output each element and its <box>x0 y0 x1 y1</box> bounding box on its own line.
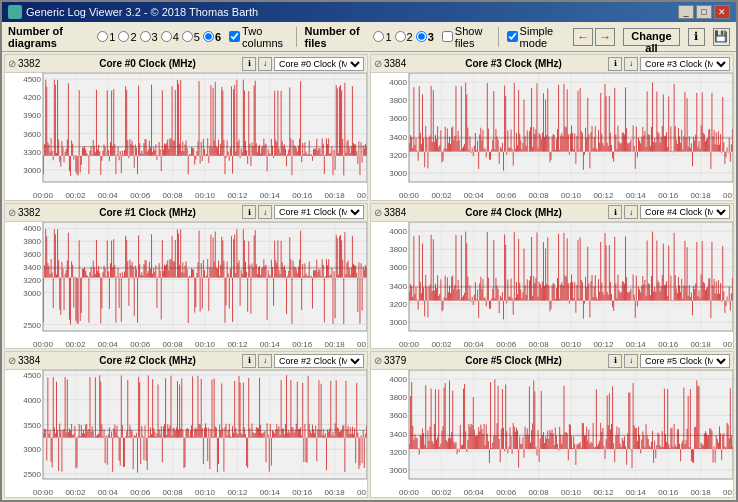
chart-save-btn-2[interactable]: ↓ <box>258 205 272 219</box>
avg-symbol-1: ⊘ <box>374 58 382 69</box>
chart-avg-0: 3382 <box>18 58 53 69</box>
arrow-right-button[interactable]: → <box>595 28 615 46</box>
toolbar: Number of diagrams 1 2 3 4 5 6 Two colum… <box>2 22 736 52</box>
chart-dropdown-3[interactable]: Core #4 Clock (MHz) <box>640 205 730 219</box>
diagrams-radio-6[interactable]: 6 <box>203 31 221 43</box>
show-files-label: Show files <box>455 25 490 49</box>
avg-symbol-4: ⊘ <box>8 355 16 366</box>
window-controls: _ □ ✕ <box>678 5 730 19</box>
chart-avg-5: 3379 <box>384 355 419 366</box>
chart-info-btn-3[interactable]: ℹ <box>608 205 622 219</box>
avg-symbol-0: ⊘ <box>8 58 16 69</box>
chart-save-btn-1[interactable]: ↓ <box>624 57 638 71</box>
save-button[interactable]: 💾 <box>713 28 730 46</box>
chart-info-btn-0[interactable]: ℹ <box>242 57 256 71</box>
files-radio-2[interactable]: 2 <box>395 31 413 43</box>
chart-avg-3: 3384 <box>384 207 419 218</box>
chart-dropdown-4[interactable]: Core #2 Clock (MHz) <box>274 354 364 368</box>
chart-panel-3: ⊘ 3384 Core #4 Clock (MHz) ℹ ↓ Core #4 C… <box>370 203 734 350</box>
chart-icons-3: ℹ ↓ Core #4 Clock (MHz) <box>608 205 730 219</box>
chart-title-0: Core #0 Clock (MHz) <box>53 58 242 69</box>
chart-dropdown-1[interactable]: Core #3 Clock (MHz) <box>640 57 730 71</box>
chart-icons-0: ℹ ↓ Core #0 Clock (MHz) <box>242 57 364 71</box>
chart-panel-5: ⊘ 3379 Core #5 Clock (MHz) ℹ ↓ Core #5 C… <box>370 351 734 498</box>
files-radio-3[interactable]: 3 <box>416 31 434 43</box>
simple-mode-label: Simple mode <box>520 25 566 49</box>
simple-mode-checkbox[interactable]: Simple mode <box>507 25 566 49</box>
chart-dropdown-5[interactable]: Core #5 Clock (MHz) <box>640 354 730 368</box>
chart-info-btn-4[interactable]: ℹ <box>242 354 256 368</box>
chart-header-5: ⊘ 3379 Core #5 Clock (MHz) ℹ ↓ Core #5 C… <box>371 352 733 370</box>
chart-dropdown-2[interactable]: Core #1 Clock (MHz) <box>274 205 364 219</box>
chart-icons-2: ℹ ↓ Core #1 Clock (MHz) <box>242 205 364 219</box>
chart-info-btn-2[interactable]: ℹ <box>242 205 256 219</box>
maximize-button[interactable]: □ <box>696 5 712 19</box>
chart-icons-4: ℹ ↓ Core #2 Clock (MHz) <box>242 354 364 368</box>
files-radio-group: 1 2 3 <box>373 31 433 43</box>
charts-container: ⊘ 3382 Core #0 Clock (MHz) ℹ ↓ Core #0 C… <box>2 52 736 500</box>
chart-header-4: ⊘ 3384 Core #2 Clock (MHz) ℹ ↓ Core #2 C… <box>5 352 367 370</box>
show-files-checkbox[interactable]: Show files <box>442 25 490 49</box>
chart-info-btn-1[interactable]: ℹ <box>608 57 622 71</box>
chart-info-btn-5[interactable]: ℹ <box>608 354 622 368</box>
diagrams-radio-3[interactable]: 3 <box>140 31 158 43</box>
chart-title-4: Core #2 Clock (MHz) <box>53 355 242 366</box>
chart-dropdown-0[interactable]: Core #0 Clock (MHz) <box>274 57 364 71</box>
chart-header-2: ⊘ 3382 Core #1 Clock (MHz) ℹ ↓ Core #1 C… <box>5 204 367 222</box>
diagrams-label: Number of diagrams <box>8 25 89 49</box>
avg-symbol-3: ⊘ <box>374 207 382 218</box>
chart-save-btn-4[interactable]: ↓ <box>258 354 272 368</box>
chart-title-5: Core #5 Clock (MHz) <box>419 355 608 366</box>
divider-1 <box>296 27 297 47</box>
avg-symbol-5: ⊘ <box>374 355 382 366</box>
chart-avg-1: 3384 <box>384 58 419 69</box>
chart-title-3: Core #4 Clock (MHz) <box>419 207 608 218</box>
chart-avg-2: 3382 <box>18 207 53 218</box>
chart-panel-2: ⊘ 3382 Core #1 Clock (MHz) ℹ ↓ Core #1 C… <box>4 203 368 350</box>
chart-body-2 <box>5 222 367 349</box>
two-columns-label: Two columns <box>242 25 288 49</box>
app-icon <box>8 5 22 19</box>
chart-save-btn-0[interactable]: ↓ <box>258 57 272 71</box>
diagrams-radio-group: 1 2 3 4 5 6 <box>97 31 221 43</box>
chart-icons-5: ℹ ↓ Core #5 Clock (MHz) <box>608 354 730 368</box>
chart-header-0: ⊘ 3382 Core #0 Clock (MHz) ℹ ↓ Core #0 C… <box>5 55 367 73</box>
chart-body-3 <box>371 222 733 349</box>
diagrams-radio-4[interactable]: 4 <box>161 31 179 43</box>
info-button[interactable]: ℹ <box>688 28 705 46</box>
close-button[interactable]: ✕ <box>714 5 730 19</box>
chart-save-btn-5[interactable]: ↓ <box>624 354 638 368</box>
diagrams-radio-2[interactable]: 2 <box>118 31 136 43</box>
diagrams-radio-5[interactable]: 5 <box>182 31 200 43</box>
minimize-button[interactable]: _ <box>678 5 694 19</box>
chart-title-2: Core #1 Clock (MHz) <box>53 207 242 218</box>
files-radio-1[interactable]: 1 <box>373 31 391 43</box>
divider-2 <box>498 27 499 47</box>
two-columns-checkbox[interactable]: Two columns <box>229 25 288 49</box>
chart-header-3: ⊘ 3384 Core #4 Clock (MHz) ℹ ↓ Core #4 C… <box>371 204 733 222</box>
change-all-button[interactable]: Change all <box>623 28 679 46</box>
title-bar: Generic Log Viewer 3.2 - © 2018 Thomas B… <box>2 2 736 22</box>
chart-body-0 <box>5 73 367 200</box>
chart-title-1: Core #3 Clock (MHz) <box>419 58 608 69</box>
chart-avg-4: 3384 <box>18 355 53 366</box>
window-title: Generic Log Viewer 3.2 - © 2018 Thomas B… <box>26 6 258 18</box>
chart-header-1: ⊘ 3384 Core #3 Clock (MHz) ℹ ↓ Core #3 C… <box>371 55 733 73</box>
chart-panel-0: ⊘ 3382 Core #0 Clock (MHz) ℹ ↓ Core #0 C… <box>4 54 368 201</box>
diagrams-radio-1[interactable]: 1 <box>97 31 115 43</box>
files-label: Number of files <box>305 25 366 49</box>
chart-icons-1: ℹ ↓ Core #3 Clock (MHz) <box>608 57 730 71</box>
chart-panel-4: ⊘ 3384 Core #2 Clock (MHz) ℹ ↓ Core #2 C… <box>4 351 368 498</box>
chart-body-5 <box>371 370 733 497</box>
main-window: Generic Log Viewer 3.2 - © 2018 Thomas B… <box>0 0 738 502</box>
arrow-left-button[interactable]: ← <box>573 28 593 46</box>
avg-symbol-2: ⊘ <box>8 207 16 218</box>
chart-body-1 <box>371 73 733 200</box>
chart-panel-1: ⊘ 3384 Core #3 Clock (MHz) ℹ ↓ Core #3 C… <box>370 54 734 201</box>
chart-save-btn-3[interactable]: ↓ <box>624 205 638 219</box>
chart-body-4 <box>5 370 367 497</box>
